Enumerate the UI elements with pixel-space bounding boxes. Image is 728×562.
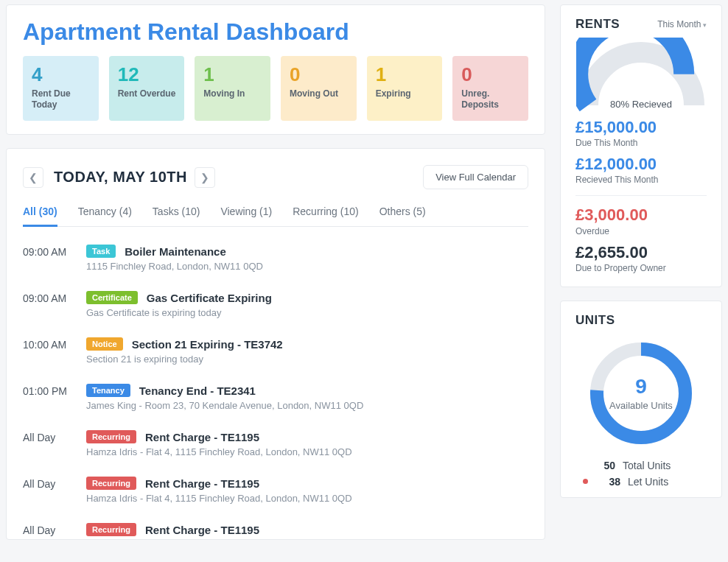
units-stat-label: Total Units xyxy=(623,460,671,471)
calendar-header: ❮ TODAY, MAY 10TH ❯ View Full Calendar xyxy=(23,165,528,189)
stat-value: 1 xyxy=(376,65,434,84)
calendar-tab[interactable]: Others (5) xyxy=(379,198,426,227)
calendar-event[interactable]: 01:00 PMTenancyTenancy End - TE2341James… xyxy=(23,376,522,423)
calendar-tab[interactable]: All (30) xyxy=(23,198,57,227)
rents-metric: £15,000.00Due This Month xyxy=(575,119,707,148)
rents-metric: £3,000.00Overdue xyxy=(575,206,707,236)
calendar-event[interactable]: 09:00 AMCertificateGas Certificate Expir… xyxy=(23,284,522,330)
legend-dot-icon xyxy=(583,479,588,484)
event-time: 09:00 AM xyxy=(23,245,86,272)
event-subtitle: 1115 Finchley Road, London, NW11 0QD xyxy=(86,261,522,272)
event-badge: Recurring xyxy=(86,477,136,490)
stat-label: Rent Due Today xyxy=(32,88,90,110)
calendar-event[interactable]: All DayRecurringRent Charge - TE1195Hamz… xyxy=(23,423,522,469)
calendar-event[interactable]: All DayRecurringRent Charge - TE1195 xyxy=(23,516,522,539)
rents-metric-value: £3,000.00 xyxy=(575,206,707,224)
rents-gauge: 80% Recieved xyxy=(576,38,706,111)
units-panel: UNITS 9 Available Units 50Total Units38L… xyxy=(560,301,722,498)
calendar-tabs: All (30)Tenancy (4)Tasks (10)Viewing (1)… xyxy=(23,198,528,227)
stat-row: 4Rent Due Today12Rent Overdue1Moving In0… xyxy=(23,56,528,121)
stat-value: 12 xyxy=(118,65,176,84)
event-badge: Recurring xyxy=(86,430,136,443)
calendar-events-list[interactable]: 09:00 AMTaskBoiler Maintenance1115 Finch… xyxy=(23,237,528,539)
event-time: All Day xyxy=(23,523,86,539)
rents-metric-value: £15,000.00 xyxy=(575,119,707,136)
stat-box[interactable]: 1Expiring xyxy=(367,56,443,121)
rents-metric-label: Overdue xyxy=(575,226,707,236)
calendar-tab[interactable]: Tasks (10) xyxy=(153,198,200,227)
event-subtitle: Gas Certificate is expiring today xyxy=(86,307,522,318)
chevron-left-icon: ❮ xyxy=(29,172,38,183)
page-title: Apartment Rental Dashboard xyxy=(23,18,528,46)
calendar-event[interactable]: 10:00 AMNoticeSection 21 Expiring - TE37… xyxy=(23,330,522,376)
rents-metric: £12,000.00Recieved This Month xyxy=(575,155,707,185)
stat-value: 1 xyxy=(203,65,262,84)
stat-box[interactable]: 12Rent Overdue xyxy=(109,56,185,121)
stat-label: Expiring xyxy=(376,88,434,99)
stat-box[interactable]: 1Moving In xyxy=(195,56,270,121)
calendar-tab[interactable]: Tenancy (4) xyxy=(78,198,132,227)
rents-panel: RENTS This Month 80% Recieved £15,000.00… xyxy=(560,4,722,287)
units-stat-label: Let Units xyxy=(628,476,668,488)
calendar-tab[interactable]: Viewing (1) xyxy=(220,198,272,227)
rents-metric-label: Due to Property Owner xyxy=(575,263,707,273)
stat-value: 0 xyxy=(461,65,519,84)
view-full-calendar-button[interactable]: View Full Calendar xyxy=(423,165,528,189)
units-title: UNITS xyxy=(575,313,615,328)
event-subtitle: Hamza Idris - Flat 4, 1115 Finchley Road… xyxy=(86,446,522,457)
rents-metric-value: £2,655.00 xyxy=(575,244,707,261)
rents-metric: £2,655.00Due to Property Owner xyxy=(575,244,707,273)
next-day-button[interactable]: ❯ xyxy=(195,167,215,188)
rents-metric-label: Due This Month xyxy=(575,138,707,148)
prev-day-button[interactable]: ❮ xyxy=(23,167,43,188)
rents-gauge-label: 80% Recieved xyxy=(576,99,706,110)
event-subtitle: Hamza Idris - Flat 4, 1115 Finchley Road… xyxy=(86,493,522,504)
stat-box[interactable]: 0Unreg. Deposits xyxy=(452,56,528,121)
event-badge: Tenancy xyxy=(86,384,130,397)
units-stat-value: 38 xyxy=(600,476,620,488)
stat-box[interactable]: 0Moving Out xyxy=(281,56,357,121)
event-title: Gas Certificate Expiring xyxy=(147,292,272,304)
stat-value: 0 xyxy=(290,65,348,84)
stat-box[interactable]: 4Rent Due Today xyxy=(23,56,99,121)
units-stat-row: 50Total Units xyxy=(575,457,707,474)
event-subtitle: Section 21 is expiring today xyxy=(86,354,522,365)
rents-metric-value: £12,000.00 xyxy=(575,155,707,173)
event-time: 09:00 AM xyxy=(23,291,86,318)
units-stat-row: 38Let Units xyxy=(575,474,707,490)
event-title: Boiler Maintenance xyxy=(125,245,226,258)
event-title: Section 21 Expiring - TE3742 xyxy=(132,338,283,351)
calendar-event[interactable]: 09:00 AMTaskBoiler Maintenance1115 Finch… xyxy=(23,237,522,284)
event-subtitle: James King - Room 23, 70 Kendale Avenue,… xyxy=(86,400,522,411)
calendar-tab[interactable]: Recurring (10) xyxy=(293,198,358,227)
units-available-label: Available Units xyxy=(609,400,673,412)
chevron-right-icon: ❯ xyxy=(200,172,209,183)
event-time: All Day xyxy=(23,430,86,457)
units-donut: 9 Available Units xyxy=(586,338,696,449)
stat-label: Moving Out xyxy=(290,88,348,99)
stat-label: Moving In xyxy=(203,88,262,99)
header-card: Apartment Rental Dashboard 4Rent Due Tod… xyxy=(6,4,545,135)
rents-metric-label: Recieved This Month xyxy=(575,175,707,185)
divider xyxy=(575,195,707,196)
units-available-count: 9 xyxy=(635,375,647,398)
event-badge: Notice xyxy=(86,337,123,351)
stat-label: Rent Overdue xyxy=(118,88,176,99)
event-time: All Day xyxy=(23,477,86,504)
rents-period-select[interactable]: This Month xyxy=(657,19,707,29)
units-stat-value: 50 xyxy=(595,460,615,471)
stat-value: 4 xyxy=(32,65,90,84)
event-title: Rent Charge - TE1195 xyxy=(145,431,259,443)
stat-label: Unreg. Deposits xyxy=(461,88,519,110)
event-time: 01:00 PM xyxy=(23,384,86,411)
rents-title: RENTS xyxy=(575,17,620,32)
event-time: 10:00 AM xyxy=(23,337,86,365)
calendar-card: ❮ TODAY, MAY 10TH ❯ View Full Calendar A… xyxy=(6,148,545,540)
event-badge: Certificate xyxy=(86,291,138,304)
event-title: Rent Charge - TE1195 xyxy=(145,477,259,490)
calendar-event[interactable]: All DayRecurringRent Charge - TE1195Hamz… xyxy=(23,469,522,516)
event-badge: Recurring xyxy=(86,523,136,536)
calendar-date-title: TODAY, MAY 10TH xyxy=(54,169,187,186)
event-badge: Task xyxy=(86,245,116,258)
event-title: Tenancy End - TE2341 xyxy=(139,384,256,397)
